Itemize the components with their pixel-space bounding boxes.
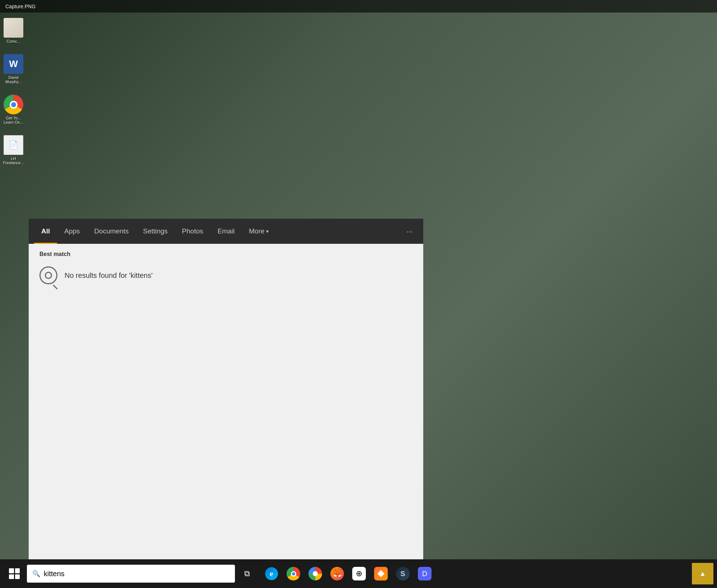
tab-all[interactable]: All	[34, 219, 57, 244]
comc-icon	[4, 18, 23, 38]
results-area: Best match No results found for 'kittens…	[29, 244, 423, 559]
desktop-icon-word[interactable]: W DavidMurphy...	[2, 54, 25, 84]
google-photos-taskbar-icon[interactable]	[305, 563, 326, 584]
word-label: DavidMurphy...	[5, 75, 22, 84]
tab-settings[interactable]: Settings	[136, 219, 175, 244]
more-dropdown-arrow: ▾	[266, 228, 269, 234]
no-results-text: No results found for 'kittens'	[65, 271, 153, 280]
task-view-button[interactable]: ⧉	[237, 563, 258, 584]
comc-label: Comc...	[7, 39, 20, 43]
snip-icon	[374, 567, 388, 580]
desktop-icons-area: Comc... W DavidMurphy... Get Yo...Learn …	[0, 13, 27, 559]
firefox-icon: 🦊	[330, 567, 344, 580]
slack-icon: ⊕	[352, 567, 366, 580]
discord-taskbar-icon[interactable]: D	[414, 563, 435, 584]
no-results-container: No results found for 'kittens'	[39, 263, 412, 288]
task-view-icon: ⧉	[244, 569, 250, 578]
steam-icon: S	[396, 567, 410, 580]
desktop-icon-chrome[interactable]: Get Yo...Learn On...	[2, 95, 25, 124]
file-label: LHFreelance...	[3, 156, 24, 165]
file-icon: 📄	[4, 135, 23, 155]
tray-icon: ▲	[699, 570, 706, 578]
tab-apps[interactable]: Apps	[57, 219, 87, 244]
title-bar: Capture.PNG	[0, 0, 717, 13]
taskbar: 🔍 ⧉ e 🦊 ⊕	[0, 559, 717, 588]
title-bar-text: Capture.PNG	[5, 4, 36, 9]
chrome-icon	[287, 567, 300, 580]
best-match-label: Best match	[39, 251, 412, 257]
search-panel: All Apps Documents Settings Photos Email…	[29, 219, 423, 559]
filter-more-dots[interactable]: ···	[401, 224, 418, 239]
tab-documents[interactable]: Documents	[87, 219, 136, 244]
edge-icon: e	[265, 567, 278, 580]
snip-taskbar-icon[interactable]	[371, 563, 391, 584]
taskbar-search-icon: 🔍	[32, 570, 40, 578]
chrome-taskbar-icon[interactable]	[283, 563, 304, 584]
chrome-desktop-icon	[4, 95, 23, 114]
tab-more[interactable]: More ▾	[242, 219, 276, 244]
desktop-icon-file[interactable]: 📄 LHFreelance...	[2, 135, 25, 165]
edge-taskbar-icon[interactable]: e	[261, 563, 282, 584]
search-no-results-icon	[39, 266, 57, 284]
windows-logo-icon	[9, 568, 20, 579]
steam-taskbar-icon[interactable]: S	[392, 563, 413, 584]
chrome-label: Get Yo...Learn On...	[4, 116, 23, 124]
search-input[interactable]	[44, 570, 230, 578]
start-button[interactable]	[4, 563, 25, 584]
firefox-taskbar-icon[interactable]: 🦊	[327, 563, 348, 584]
slack-taskbar-icon[interactable]: ⊕	[349, 563, 369, 584]
tab-photos[interactable]: Photos	[175, 219, 210, 244]
google-photos-icon	[308, 567, 322, 580]
tab-email[interactable]: Email	[211, 219, 242, 244]
filter-tabs-bar: All Apps Documents Settings Photos Email…	[29, 219, 423, 244]
system-tray: ▲	[692, 563, 713, 584]
taskbar-pinned-apps: e 🦊 ⊕	[261, 563, 435, 584]
taskbar-search-box[interactable]: 🔍	[27, 565, 235, 583]
discord-icon: D	[418, 567, 431, 580]
tray-overflow[interactable]: ▲	[692, 563, 713, 584]
desktop-icon-comc[interactable]: Comc...	[2, 18, 25, 43]
word-icon: W	[4, 54, 23, 74]
